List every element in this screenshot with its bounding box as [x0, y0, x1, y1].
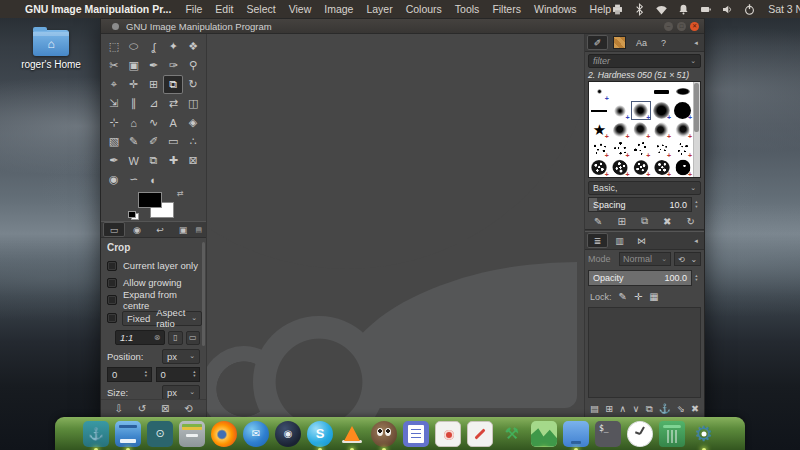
merge-down-button[interactable]: ⇘ [677, 403, 685, 414]
brush-thumb[interactable] [631, 82, 652, 101]
foreground-colour-swatch[interactable] [138, 192, 162, 208]
dock-gimp[interactable] [371, 421, 397, 447]
tool-free-select[interactable]: ʆ [144, 37, 164, 56]
brush-thumb[interactable] [610, 82, 631, 101]
dock-arrow-icon[interactable]: ◂ [690, 237, 702, 245]
swap-colours-icon[interactable]: ⇄ [177, 189, 184, 198]
dock-plank-anchor[interactable]: ⚓ [83, 421, 109, 447]
delete-tool-preset-button[interactable]: ⊠ [155, 401, 175, 416]
power-indicator-icon[interactable] [743, 3, 756, 16]
tool-3d-transform[interactable]: ◫ [183, 94, 203, 113]
dock-trash[interactable] [659, 421, 685, 447]
menubar-filters[interactable]: Filters [492, 3, 521, 15]
dock-file-manager[interactable] [115, 421, 141, 447]
tool-rotate[interactable]: ↻ [183, 75, 203, 94]
dock-screenshot[interactable]: ⊙ [147, 421, 173, 447]
new-layer-button[interactable]: ▤ [590, 403, 599, 414]
checkbox-current-layer-only[interactable]: Current layer only [107, 257, 200, 274]
layer-mode-dropdown[interactable]: Normal ⌄ [619, 252, 671, 266]
tab-tool-options[interactable]: ▭ [103, 222, 125, 237]
dock-terminal[interactable]: $_ [595, 421, 621, 447]
lock-position-icon[interactable]: ✛ [634, 291, 642, 302]
dock-thunderbird[interactable]: ✉ [243, 421, 269, 447]
raise-layer-button[interactable]: ∧ [619, 403, 626, 414]
dock-vlc[interactable] [339, 421, 365, 447]
menubar-help[interactable]: Help [590, 3, 612, 15]
menubar-image[interactable]: Image [324, 3, 353, 15]
maximize-button[interactable]: □ [677, 22, 686, 31]
tool-gradient[interactable]: ▧ [104, 132, 124, 151]
close-button[interactable]: ✕ [690, 22, 699, 31]
fixed-aspect-dropdown[interactable]: Fixed Aspect ratio ⌄ [122, 311, 202, 326]
brush-thumb[interactable] [610, 120, 631, 139]
checkbox-expand-from-centre[interactable]: Expand from centre [107, 291, 200, 308]
tab-images[interactable]: ▣ [172, 222, 194, 237]
tool-handle-transform[interactable]: ⊹ [104, 113, 124, 132]
mode-switch-button[interactable]: ⟲ ⌄ [674, 252, 701, 266]
clear-icon[interactable]: ⊗ [154, 333, 161, 342]
position-x-spinner[interactable]: 0 ▴▾ [107, 367, 152, 382]
landscape-orientation-button[interactable]: ▭ [186, 331, 200, 345]
tool-scale[interactable]: ⇲ [104, 94, 124, 113]
spinner-arrows[interactable]: ▴▾ [190, 370, 199, 379]
menubar-windows[interactable]: Windows [534, 3, 577, 15]
brush-thumb[interactable] [672, 101, 693, 120]
lock-alpha-icon[interactable]: ▦ [649, 291, 658, 302]
tool-paintbrush[interactable]: ✐ [144, 132, 164, 151]
tool-shear[interactable]: ∥ [124, 94, 144, 113]
brush-thumb[interactable] [672, 82, 693, 101]
tab-paths[interactable]: ⋈ [631, 233, 652, 248]
duplicate-layer-button[interactable]: ⧉ [646, 403, 653, 415]
desktop-home-shortcut[interactable]: ⌂ roger's Home [20, 30, 82, 70]
tool-dodge-burn[interactable]: ◐ [144, 170, 164, 189]
tool-ellipse-select[interactable]: ⬭ [124, 37, 144, 56]
dock-arrow-icon[interactable]: ◂ [690, 39, 702, 47]
dock-display[interactable] [563, 421, 589, 447]
checkbox-fixed[interactable] [107, 313, 117, 323]
tab-patterns[interactable] [609, 35, 630, 50]
dock-firefox[interactable] [211, 421, 237, 447]
reset-tool-options-button[interactable]: ⟲ [178, 401, 198, 416]
dock-tools-wrench[interactable]: ⚒ [499, 421, 525, 447]
tool-colour-picker[interactable]: ✑ [163, 56, 183, 75]
aspect-ratio-input[interactable]: 1:1 ⊗ [115, 330, 165, 345]
delete-layer-button[interactable]: ✖ [691, 403, 699, 414]
brush-thumb[interactable] [631, 101, 652, 120]
tool-select-by-colour[interactable]: ❖ [183, 37, 203, 56]
duplicate-brush-button[interactable]: ⧉ [641, 215, 648, 227]
brush-thumb[interactable] [631, 158, 652, 177]
brush-thumb[interactable] [672, 158, 693, 177]
portrait-orientation-button[interactable]: ▯ [168, 331, 182, 345]
tab-channels[interactable]: ▥ [609, 233, 630, 248]
brush-thumb[interactable] [672, 120, 693, 139]
tool-rectangle-select[interactable]: ⬚ [104, 37, 124, 56]
tool-ink[interactable]: ✒ [104, 151, 124, 170]
tool-blur-sharpen[interactable]: ◉ [104, 170, 124, 189]
volume-indicator-icon[interactable] [721, 3, 734, 16]
brush-filter-input[interactable]: filter ⌄ [588, 54, 701, 68]
brush-thumb[interactable] [631, 139, 652, 158]
dock-clock[interactable] [627, 421, 653, 447]
tool-fuzzy-select[interactable]: ✦ [163, 37, 183, 56]
notifications-indicator-icon[interactable] [677, 3, 690, 16]
tab-undo-history[interactable]: ↩ [149, 222, 171, 237]
tab-brushes[interactable]: ✐ [587, 35, 608, 50]
restore-tool-preset-button[interactable]: ↺ [132, 401, 152, 416]
spacing-slider[interactable]: Spacing 10.0 [588, 197, 692, 212]
dock-libreoffice-impress[interactable] [435, 421, 461, 447]
brush-thumb[interactable] [631, 120, 652, 139]
checkbox[interactable] [107, 278, 117, 288]
delete-brush-button[interactable]: ✖ [663, 216, 671, 227]
tab-document-history[interactable]: ? [653, 35, 674, 50]
wifi-indicator-icon[interactable] [655, 3, 668, 16]
menubar-view[interactable]: View [289, 3, 312, 15]
tool-pencil[interactable]: ✎ [124, 132, 144, 151]
brush-thumb[interactable] [651, 158, 672, 177]
spinner-arrows[interactable]: ▴▾ [692, 274, 701, 283]
checkbox[interactable] [107, 261, 117, 271]
tool-mypaint-brush[interactable]: W [124, 151, 144, 170]
new-layer-group-button[interactable]: ⊞ [605, 403, 613, 414]
refresh-brushes-button[interactable]: ↻ [687, 216, 695, 227]
tool-eraser[interactable]: ▭ [163, 132, 183, 151]
tool-zoom[interactable]: ⚲ [183, 56, 203, 75]
